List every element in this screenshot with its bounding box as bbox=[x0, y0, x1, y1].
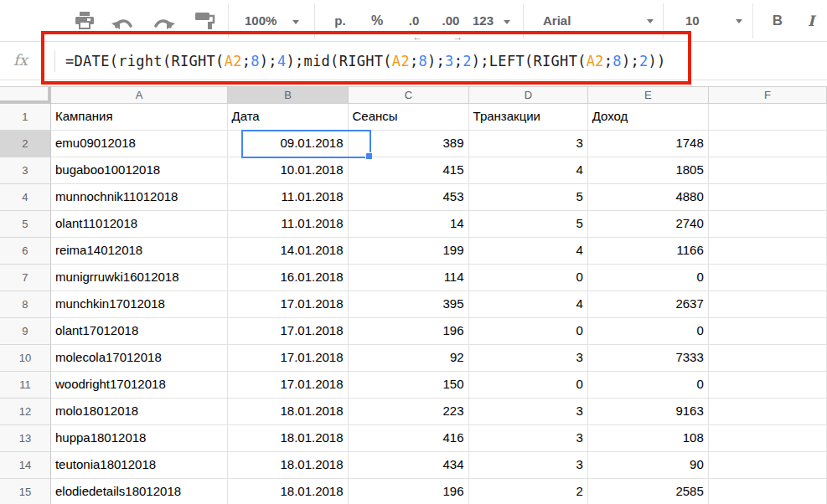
cell-empty[interactable] bbox=[709, 291, 827, 318]
cell-transactions[interactable]: 0 bbox=[469, 265, 588, 291]
cell-revenue[interactable]: 9163 bbox=[588, 399, 709, 425]
row-header[interactable]: 10 bbox=[0, 345, 51, 372]
cell-transactions[interactable]: 4 bbox=[469, 291, 588, 318]
row-header[interactable]: 8 bbox=[0, 291, 51, 318]
cell-transactions-header[interactable]: Транзакции bbox=[469, 104, 588, 131]
decrease-decimals-button[interactable]: .0← bbox=[397, 8, 431, 33]
cell-transactions[interactable]: 0 bbox=[469, 318, 588, 345]
cell-date[interactable]: 17.01.2018 bbox=[228, 372, 349, 399]
cell-transactions[interactable]: 4 bbox=[469, 238, 588, 265]
cell-sessions[interactable]: 196 bbox=[349, 479, 469, 504]
cell-sessions[interactable]: 223 bbox=[349, 399, 469, 425]
cell-campaign[interactable]: huppa18012018 bbox=[51, 425, 228, 452]
cell-campaign[interactable]: teutonia18012018 bbox=[51, 452, 228, 479]
cell-date[interactable]: 17.01.2018 bbox=[228, 318, 349, 345]
row-header[interactable]: 2 bbox=[0, 131, 51, 157]
cell-campaign[interactable]: munchkin17012018 bbox=[51, 291, 228, 318]
cell-revenue[interactable]: 2585 bbox=[588, 479, 709, 504]
cell-revenue[interactable]: 0 bbox=[588, 372, 709, 399]
cell-date[interactable]: 10.01.2018 bbox=[228, 157, 349, 184]
cell-transactions[interactable]: 3 bbox=[469, 131, 588, 157]
cell-campaign-header[interactable]: Кампания bbox=[51, 104, 228, 131]
row-header[interactable]: 1 bbox=[0, 104, 51, 131]
cell-sessions[interactable]: 415 bbox=[349, 157, 469, 184]
cell-sessions[interactable]: 416 bbox=[349, 425, 469, 452]
cell-campaign[interactable]: reima14012018 bbox=[51, 238, 228, 265]
undo-button[interactable] bbox=[111, 12, 134, 37]
row-header[interactable]: 5 bbox=[0, 211, 51, 238]
cell-campaign[interactable]: molo18012018 bbox=[51, 399, 228, 425]
zoom-select[interactable]: 100% bbox=[238, 8, 315, 33]
cell-date[interactable]: 18.01.2018 bbox=[228, 479, 349, 504]
cell-revenue[interactable]: 108 bbox=[588, 425, 709, 452]
cell-revenue[interactable]: 4880 bbox=[588, 184, 709, 211]
cell-date[interactable]: 14.01.2018 bbox=[228, 238, 349, 265]
cell-date[interactable]: 18.01.2018 bbox=[228, 425, 349, 452]
cell-sessions[interactable]: 199 bbox=[349, 238, 469, 265]
cell-campaign[interactable]: molecola17012018 bbox=[51, 345, 228, 372]
cell-sessions[interactable]: 434 bbox=[349, 452, 469, 479]
cell-sessions-header[interactable]: Сеансы bbox=[349, 104, 469, 131]
cell-empty[interactable] bbox=[709, 345, 827, 372]
cell-revenue[interactable]: 2637 bbox=[588, 291, 709, 318]
cell-empty[interactable] bbox=[709, 104, 827, 131]
cell-revenue[interactable]: 1748 bbox=[588, 131, 709, 157]
cell-date[interactable]: 09.01.2018 bbox=[228, 131, 349, 157]
cell-campaign[interactable]: bugaboo10012018 bbox=[51, 157, 228, 184]
row-header[interactable]: 4 bbox=[0, 184, 51, 211]
cell-revenue[interactable]: 1805 bbox=[588, 157, 709, 184]
font-size-select[interactable]: 10 bbox=[672, 8, 747, 33]
formula-input[interactable]: =DATE(right(RIGHT(A2;8);4);mid(RIGHT(A2;… bbox=[65, 42, 666, 80]
cell-revenue[interactable]: 2740 bbox=[588, 211, 709, 238]
cell-empty[interactable] bbox=[709, 211, 827, 238]
italic-button[interactable]: I bbox=[794, 8, 827, 33]
paint-format-button[interactable] bbox=[194, 8, 216, 33]
cell-empty[interactable] bbox=[709, 372, 827, 399]
cell-sessions[interactable]: 14 bbox=[349, 211, 469, 238]
fill-handle[interactable] bbox=[365, 152, 373, 160]
row-header[interactable]: 7 bbox=[0, 265, 51, 291]
cell-campaign[interactable]: elodiedetails18012018 bbox=[51, 479, 228, 504]
cell-date[interactable]: 16.01.2018 bbox=[228, 265, 349, 291]
cell-empty[interactable] bbox=[709, 238, 827, 265]
cell-transactions[interactable]: 3 bbox=[469, 399, 588, 425]
format-percent-button[interactable]: % bbox=[360, 8, 394, 33]
cell-date[interactable]: 11.01.2018 bbox=[228, 211, 349, 238]
column-header-b[interactable]: B bbox=[228, 86, 349, 104]
cell-date[interactable]: 18.01.2018 bbox=[228, 452, 349, 479]
format-currency-button[interactable]: р. bbox=[323, 8, 357, 33]
row-header[interactable]: 12 bbox=[0, 399, 51, 425]
cell-transactions[interactable]: 3 bbox=[469, 345, 588, 372]
increase-decimals-button[interactable]: .00→ bbox=[431, 8, 471, 33]
row-header[interactable]: 15 bbox=[0, 479, 51, 504]
cell-revenue[interactable]: 1166 bbox=[588, 238, 709, 265]
cell-empty[interactable] bbox=[709, 265, 827, 291]
cell-empty[interactable] bbox=[709, 452, 827, 479]
column-header-e[interactable]: E bbox=[588, 86, 709, 104]
cell-empty[interactable] bbox=[709, 184, 827, 211]
row-header[interactable]: 6 bbox=[0, 238, 51, 265]
cell-sessions[interactable]: 453 bbox=[349, 184, 469, 211]
column-header-d[interactable]: D bbox=[469, 86, 588, 104]
print-button[interactable] bbox=[74, 8, 96, 33]
select-all-corner[interactable] bbox=[0, 86, 51, 104]
cell-date[interactable]: 17.01.2018 bbox=[228, 345, 349, 372]
cell-campaign[interactable]: olant17012018 bbox=[51, 318, 228, 345]
cell-date[interactable]: 18.01.2018 bbox=[228, 399, 349, 425]
cell-transactions[interactable]: 3 bbox=[469, 452, 588, 479]
cell-sessions[interactable]: 92 bbox=[349, 345, 469, 372]
cell-campaign[interactable]: woodright17012018 bbox=[51, 372, 228, 399]
cell-transactions[interactable]: 4 bbox=[469, 157, 588, 184]
row-header[interactable]: 11 bbox=[0, 372, 51, 399]
cell-campaign[interactable]: olant11012018 bbox=[51, 211, 228, 238]
cell-transactions[interactable]: 2 bbox=[469, 479, 588, 504]
cell-transactions[interactable]: 5 bbox=[469, 211, 588, 238]
column-header-c[interactable]: C bbox=[349, 86, 469, 104]
cell-sessions[interactable]: 395 bbox=[349, 291, 469, 318]
cell-transactions[interactable]: 5 bbox=[469, 184, 588, 211]
row-header[interactable]: 9 bbox=[0, 318, 51, 345]
cell-empty[interactable] bbox=[709, 157, 827, 184]
cell-sessions[interactable]: 114 bbox=[349, 265, 469, 291]
cell-empty[interactable] bbox=[709, 131, 827, 157]
cell-date[interactable]: 11.01.2018 bbox=[228, 184, 349, 211]
